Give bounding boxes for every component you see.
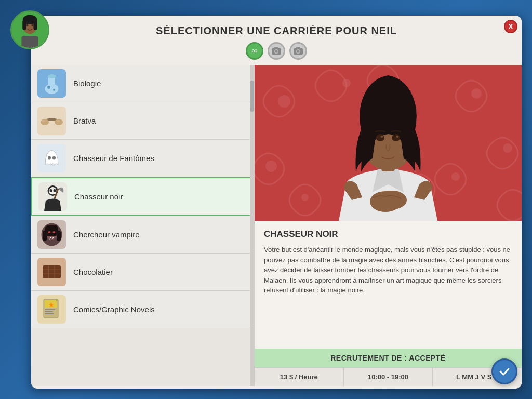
filter-job[interactable] (289, 42, 307, 60)
career-item-chasseur-noir[interactable]: Chasseur noir (31, 177, 254, 216)
career-name-chercheur-vampire: Chercheur vampire (73, 230, 140, 239)
avatar (10, 10, 49, 49)
career-icon-chasseur-noir (38, 182, 67, 211)
main-panel: X Sélectionner une carrière pour Neil ∞ (31, 16, 522, 389)
career-name-bratva: Bratva (73, 116, 96, 125)
career-item-bratva[interactable]: Bratva (31, 102, 254, 140)
career-info: Chasseur noir Votre but est d'anéantir l… (255, 221, 522, 349)
svg-rect-4 (33, 20, 37, 30)
confirm-button[interactable] (491, 358, 517, 384)
svg-point-6 (31, 24, 34, 26)
svg-rect-58 (45, 313, 54, 314)
career-name-biologie: Biologie (73, 79, 101, 88)
stat-salary: 13 $ / Heure (255, 368, 344, 386)
career-icon-chercheur-vampire (37, 220, 66, 249)
close-button[interactable]: X (504, 20, 517, 33)
svg-point-64 (503, 143, 512, 153)
career-icon-bratva (37, 107, 66, 135)
svg-rect-47 (43, 265, 61, 278)
svg-point-20 (47, 86, 50, 89)
character-illustration (305, 68, 471, 221)
career-name-chasseur-noir: Chasseur noir (74, 192, 123, 201)
svg-point-75 (378, 191, 407, 209)
svg-rect-11 (274, 47, 278, 49)
svg-point-71 (392, 134, 400, 141)
scrollbar-thumb[interactable] (250, 81, 254, 112)
svg-rect-39 (45, 225, 58, 236)
svg-rect-3 (22, 20, 26, 30)
panel-header: Sélectionner une carrière pour Neil ∞ (31, 16, 522, 65)
career-image (255, 65, 522, 221)
svg-rect-7 (21, 36, 38, 48)
svg-rect-15 (296, 47, 300, 49)
svg-point-61 (278, 95, 290, 108)
svg-point-65 (265, 161, 277, 172)
career-icon-biologie (37, 69, 66, 98)
career-item-chasseur-fantomes[interactable]: Chasseur de Fantômes (31, 140, 254, 177)
stat-hours: 10:00 - 19:00 (344, 368, 433, 386)
career-stats: 13 $ / Heure 10:00 - 19:00 L MM J V S D (255, 367, 522, 386)
svg-point-42 (48, 231, 51, 233)
career-info-title: Chasseur noir (264, 229, 512, 240)
filter-all[interactable]: ∞ (246, 42, 263, 60)
svg-point-29 (52, 156, 56, 160)
svg-point-72 (381, 136, 383, 138)
svg-point-10 (275, 50, 278, 53)
panel-body: Biologie Bratva (31, 65, 522, 386)
svg-point-43 (53, 231, 56, 233)
career-icon-chasseur-fantomes (37, 144, 66, 172)
svg-point-73 (396, 136, 399, 138)
svg-rect-57 (45, 311, 53, 312)
svg-point-21 (53, 89, 55, 91)
svg-point-5 (26, 24, 29, 26)
svg-point-34 (54, 189, 56, 192)
svg-point-63 (471, 88, 482, 99)
panel-title: Sélectionner une carrière pour Neil (36, 25, 516, 37)
career-item-biologie[interactable]: Biologie (31, 65, 254, 102)
svg-rect-40 (43, 231, 47, 241)
career-name-chocolatier: Chocolatier (73, 268, 113, 276)
career-image-bg (255, 65, 522, 221)
career-item-chocolatier[interactable]: Chocolatier (31, 254, 254, 291)
career-icon-chocolatier (37, 258, 66, 286)
career-info-description: Votre but est d'anéantir le monde magiqu… (264, 245, 512, 296)
filter-career[interactable] (268, 42, 285, 60)
svg-rect-41 (57, 231, 61, 241)
svg-point-28 (48, 156, 51, 160)
career-name-comics: Comics/Graphic Novels (73, 305, 155, 314)
svg-point-23 (41, 119, 49, 125)
career-item-chercheur-vampire[interactable]: Chercheur vampire (31, 216, 254, 254)
career-name-chasseur-fantomes: Chasseur de Fantômes (73, 154, 154, 163)
career-item-comics[interactable]: Comics/Graphic Novels (31, 291, 254, 328)
svg-point-14 (297, 50, 300, 53)
career-detail: Chasseur noir Votre but est d'anéantir l… (255, 65, 522, 386)
filter-icons: ∞ (36, 42, 516, 60)
svg-point-70 (376, 134, 384, 141)
career-list: Biologie Bratva (31, 65, 255, 386)
svg-point-33 (50, 189, 52, 192)
recruitment-bar: Recrutement de : Accepté (255, 349, 522, 367)
career-icon-comics (37, 295, 66, 324)
scrollbar-track[interactable] (250, 65, 254, 386)
svg-point-19 (48, 74, 56, 78)
svg-rect-56 (45, 309, 55, 310)
